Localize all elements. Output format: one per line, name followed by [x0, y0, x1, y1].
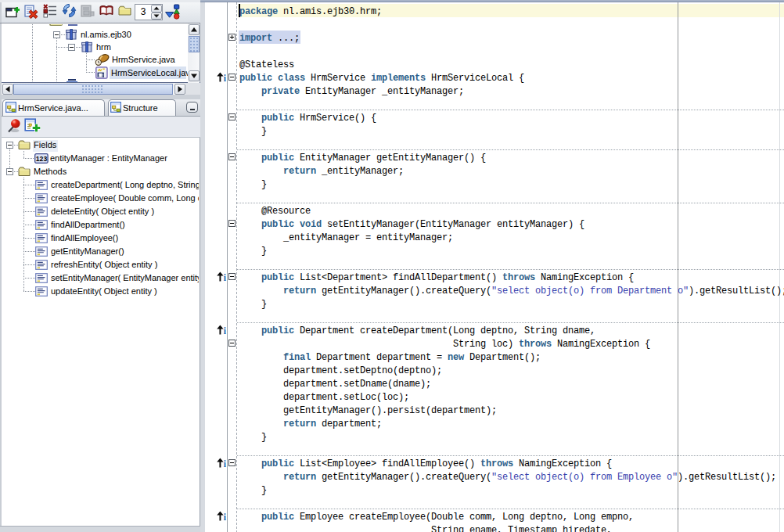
svg-text:i: i [224, 74, 227, 83]
svg-text:i: i [224, 512, 227, 522]
svg-text:i: i [224, 326, 227, 336]
svg-text:123: 123 [36, 154, 48, 162]
svg-text:i: i [224, 273, 227, 282]
svg-text:i: i [224, 459, 227, 469]
